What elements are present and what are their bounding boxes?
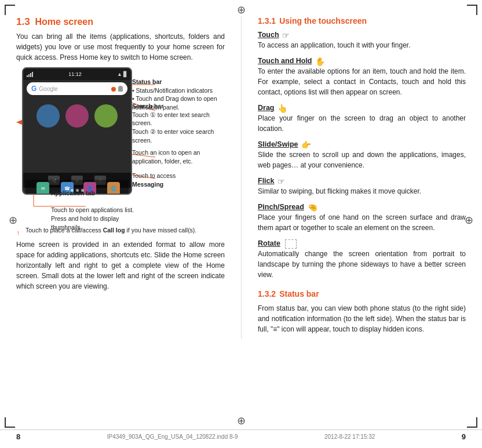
battery-icon: ▊ xyxy=(123,71,127,77)
home-screen-body: Home screen is provided in an extended f… xyxy=(16,239,225,292)
term-touch-label: Touch xyxy=(258,31,279,39)
term-touch: Touch ☞ To access an application, touch … xyxy=(258,30,466,50)
section-131-number: 1.3.1 xyxy=(258,16,276,26)
widget-circle-3 xyxy=(94,104,118,128)
corner-bl xyxy=(5,417,15,428)
pinch-icon: 🤏 xyxy=(308,203,317,212)
crosshair-top: ⊕ xyxy=(237,5,246,15)
term-flick-label: Flick xyxy=(258,177,275,185)
column-divider xyxy=(241,16,242,339)
phone-status-bar: 11:12 ▲ ▊ xyxy=(23,68,131,80)
search-bar-annotation: Search bar Touch ① to enter text search … xyxy=(132,102,222,144)
section-132-number: 1.3.2 xyxy=(258,289,276,298)
messaging-annotation: Touch to access Messaging xyxy=(132,172,222,188)
term-flick: Flick ☞ Similar to swiping, but flicking… xyxy=(258,176,466,196)
signal-bars xyxy=(27,71,33,77)
term-drag-label: Drag xyxy=(258,104,274,112)
phone-search-bar: G Google xyxy=(27,82,127,95)
term-drag: Drag 👆 Place your finger on the screen t… xyxy=(258,103,466,134)
term-flick-desc: Similar to swiping, but flicking makes i… xyxy=(258,186,466,196)
section-132-body: From status bar, you can view both phone… xyxy=(258,303,466,334)
wifi-icon: ▲ xyxy=(117,71,122,77)
term-drag-desc: Place your finger on the screen to drag … xyxy=(258,113,466,134)
section-132-title: 1.3.2 Status bar xyxy=(258,289,466,301)
app-icon-messaging: ✉ Messaging xyxy=(33,182,53,195)
term-rotate-label: Rotate xyxy=(258,239,280,247)
term-touch-hold: Touch and Hold ✋ To enter the available … xyxy=(258,56,466,97)
page-number-left: 8 xyxy=(16,432,20,441)
slide-icon: 👉 xyxy=(301,140,311,150)
notification-dot xyxy=(111,85,116,92)
widget-circles xyxy=(25,100,129,128)
phone-annotation-area: 11:12 ▲ ▊ G Google xyxy=(16,67,225,235)
section-132-heading: Status bar xyxy=(279,289,319,298)
term-touch-desc: To access an application, touch it with … xyxy=(258,40,466,50)
section-131-title: 1.3.1 Using the touchscreen xyxy=(258,16,466,28)
flick-icon: ☞ xyxy=(277,177,285,186)
crosshair-bottom: ⊕ xyxy=(237,416,246,426)
corner-tl xyxy=(5,5,15,15)
right-column: 1.3.1 Using the touchscreen Touch ☞ To a… xyxy=(258,16,466,339)
rotate-icon xyxy=(285,239,297,249)
term-slide-desc: Slide the screen to scroll up and down t… xyxy=(258,150,466,170)
footer-file: IP4349_903A_QG_Eng_USA_04_120822.indd 8-… xyxy=(107,434,238,440)
signal-bar-2 xyxy=(28,74,30,77)
mic-icon xyxy=(118,86,123,92)
touch-hold-icon: ✋ xyxy=(315,57,325,66)
signal-bar-1 xyxy=(27,75,28,77)
crosshair-right: ⊕ xyxy=(465,215,473,225)
term-pinch-label: Pinch/Spread xyxy=(258,203,304,211)
page-number-right: 9 xyxy=(462,432,466,441)
app-tab-annotation: Application tab Touch to open applicatio… xyxy=(51,189,141,231)
section-131-heading: Using the touchscreen xyxy=(279,16,367,26)
phone-image-area: 11:12 ▲ ▊ G Google xyxy=(16,67,225,224)
widget-circle-2 xyxy=(65,104,89,128)
term-pinch-desc: Place your fingers of one hand on the sc… xyxy=(258,212,466,233)
corner-tr xyxy=(467,5,477,15)
status-time: 11:12 xyxy=(68,71,82,77)
google-logo: G xyxy=(31,85,36,93)
term-touch-hold-desc: To enter the available options for an it… xyxy=(258,66,466,97)
signal-bar-4 xyxy=(32,72,33,77)
signal-bar-3 xyxy=(30,73,31,77)
status-icons: ▲ ▊ xyxy=(117,71,127,77)
phone-screen: 11:12 ▲ ▊ G Google xyxy=(22,67,132,195)
corner-br xyxy=(467,417,477,428)
widget-circle-1 xyxy=(36,104,60,128)
term-rotate: Rotate Automatically change the screen o… xyxy=(258,239,466,280)
left-column: 1.3 Home screen You can bring all the it… xyxy=(16,16,225,339)
app-icon-annotation: Touch an icon to open an application, fo… xyxy=(132,148,222,165)
drag-icon: 👆 xyxy=(277,104,287,113)
footer-date: 2012-8-22 17:15:32 xyxy=(324,434,375,440)
touch-icon: ☞ xyxy=(282,31,290,40)
messaging-icon-img: ✉ xyxy=(36,182,49,195)
term-touch-hold-label: Touch and Hold xyxy=(258,57,312,65)
search-text: Google xyxy=(39,86,109,92)
term-rotate-desc: Automatically change the screen orientat… xyxy=(258,249,466,280)
call-log-annotation: ↑ Touch to place a call/access Call log … xyxy=(16,226,225,235)
phone-home-area: ✉ Messaging ☎ Phone 👤 Contacts xyxy=(23,97,131,173)
section-13-body: You can bring all the items (application… xyxy=(16,31,225,63)
section-13-heading: 1.3 Home screen xyxy=(16,16,225,28)
term-slide: Slide/Swipe 👉 Slide the screen to scroll… xyxy=(258,140,466,170)
call-log-arrow: ↑ xyxy=(16,228,20,238)
page-footer: 8 IP4349_903A_QG_Eng_USA_04_120822.indd … xyxy=(0,429,482,443)
term-slide-label: Slide/Swipe xyxy=(258,140,298,148)
term-pinch: Pinch/Spread 🤏 Place your fingers of one… xyxy=(258,202,466,233)
